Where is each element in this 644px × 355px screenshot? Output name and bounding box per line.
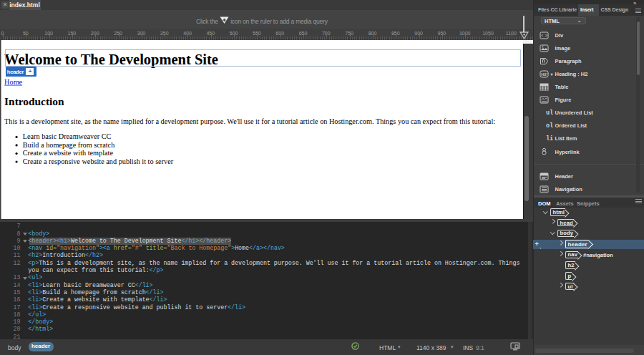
svg-text:H2: H2 (541, 72, 547, 77)
